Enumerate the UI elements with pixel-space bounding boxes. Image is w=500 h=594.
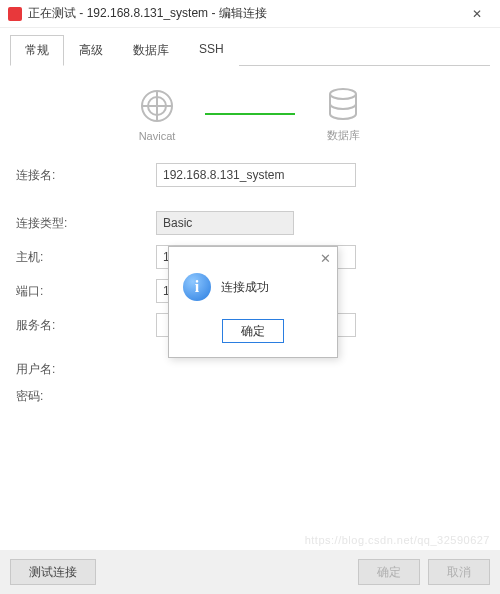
hero-left-label: Navicat [139,130,176,142]
tabs: 常规 高级 数据库 SSH [10,34,490,66]
type-label: 连接类型: [16,215,156,232]
test-connection-button[interactable]: 测试连接 [10,559,96,585]
pass-label: 密码: [16,388,156,405]
window-close-button[interactable]: ✕ [462,7,492,21]
tab-database[interactable]: 数据库 [118,35,184,66]
footer: 测试连接 确定 取消 [0,550,500,594]
tab-general[interactable]: 常规 [10,35,64,66]
titlebar: 正在测试 - 192.168.8.131_system - 编辑连接 ✕ [0,0,500,28]
tab-advanced[interactable]: 高级 [64,35,118,66]
connection-type-select[interactable]: Basic [156,211,294,235]
host-label: 主机: [16,249,156,266]
message-dialog: ✕ i 连接成功 确定 [168,246,338,358]
database-icon [323,84,363,124]
svg-point-2 [330,89,356,99]
window-title: 正在测试 - 192.168.8.131_system - 编辑连接 [28,5,462,22]
port-label: 端口: [16,283,156,300]
navicat-icon [137,86,177,126]
connection-name-input[interactable] [156,163,356,187]
ok-button[interactable]: 确定 [358,559,420,585]
user-label: 用户名: [16,361,156,378]
dialog-close-button[interactable]: ✕ [320,251,331,266]
dialog-ok-button[interactable]: 确定 [222,319,284,343]
info-icon: i [183,273,211,301]
app-icon [8,7,22,21]
connection-hero: Navicat 数据库 [10,66,490,157]
watermark: https://blog.csdn.net/qq_32590627 [305,534,490,546]
name-label: 连接名: [16,167,156,184]
connection-line [205,113,295,115]
dialog-message: 连接成功 [221,279,269,296]
service-label: 服务名: [16,317,156,334]
hero-right-label: 数据库 [327,128,360,143]
tab-ssh[interactable]: SSH [184,35,239,66]
cancel-button[interactable]: 取消 [428,559,490,585]
